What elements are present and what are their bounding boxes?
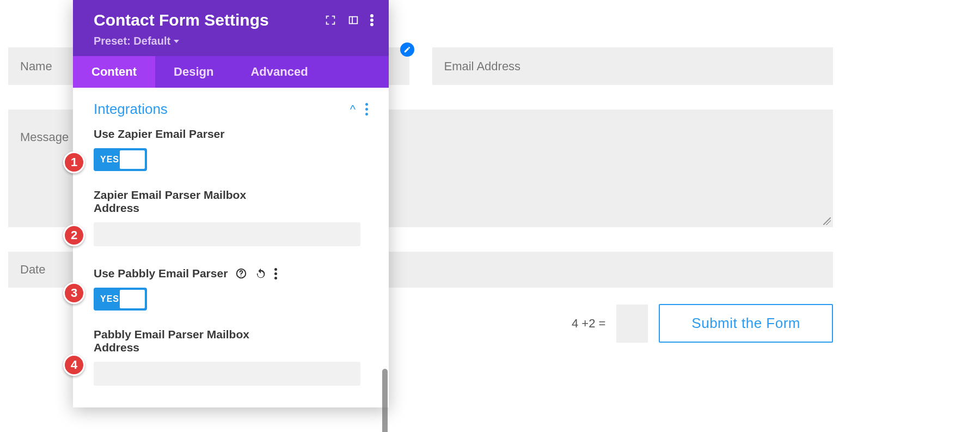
annotation-badge-3: 3 [63, 282, 85, 304]
toggle-knob [120, 150, 145, 169]
scrollbar-thumb[interactable] [382, 369, 388, 432]
email-field[interactable]: Email Address [432, 47, 834, 85]
preset-dropdown[interactable]: Preset: Default [94, 35, 373, 47]
pabbly-use-label: Use Pabbly Email Parser [94, 267, 368, 280]
zapier-mailbox-label: Zapier Email Parser Mailbox Address [94, 188, 257, 215]
tab-content[interactable]: Content [73, 56, 155, 88]
tab-advanced[interactable]: Advanced [232, 56, 326, 88]
reset-icon[interactable] [255, 267, 267, 279]
section-more-icon[interactable] [365, 103, 368, 115]
zapier-use-label: Use Zapier Email Parser [94, 127, 368, 141]
pabbly-mailbox-input[interactable] [94, 362, 360, 386]
tab-design[interactable]: Design [155, 56, 232, 88]
edit-module-icon[interactable] [400, 42, 414, 57]
zapier-toggle[interactable]: YES [94, 148, 147, 171]
captcha-row: 4 +2 = Submit the Form [572, 304, 833, 343]
tabs: Content Design Advanced [73, 56, 389, 88]
panel-title: Contact Form Settings [94, 11, 314, 29]
help-icon[interactable] [235, 267, 247, 279]
toggle-knob [120, 290, 145, 308]
side-panel-icon[interactable] [347, 14, 359, 26]
annotation-badge-2: 2 [63, 224, 85, 246]
preset-label: Preset: Default [94, 35, 170, 47]
option-more-icon[interactable] [274, 268, 277, 279]
section-integrations-title[interactable]: Integrations [94, 101, 350, 118]
captcha-label: 4 +2 = [572, 317, 605, 331]
submit-button[interactable]: Submit the Form [659, 304, 833, 343]
panel-body: Integrations ^ Use Zapier Email Parser Y… [73, 88, 389, 407]
captcha-input[interactable] [616, 305, 648, 343]
toggle-yes-label: YES [95, 294, 119, 304]
panel-header: Contact Form Settings Preset: Default [73, 0, 389, 56]
svg-point-1 [241, 276, 242, 277]
annotation-badge-4: 4 [63, 354, 85, 376]
expand-icon[interactable] [324, 14, 336, 26]
chevron-down-icon [174, 40, 179, 43]
more-icon[interactable] [370, 14, 373, 26]
annotation-badge-1: 1 [63, 151, 85, 173]
toggle-yes-label: YES [95, 155, 119, 165]
settings-panel: Contact Form Settings Preset: Default Co… [73, 0, 389, 407]
pabbly-mailbox-label: Pabbly Email Parser Mailbox Address [94, 328, 257, 354]
chevron-up-icon[interactable]: ^ [350, 102, 356, 117]
pabbly-toggle[interactable]: YES [94, 288, 147, 311]
zapier-mailbox-input[interactable] [94, 222, 360, 246]
